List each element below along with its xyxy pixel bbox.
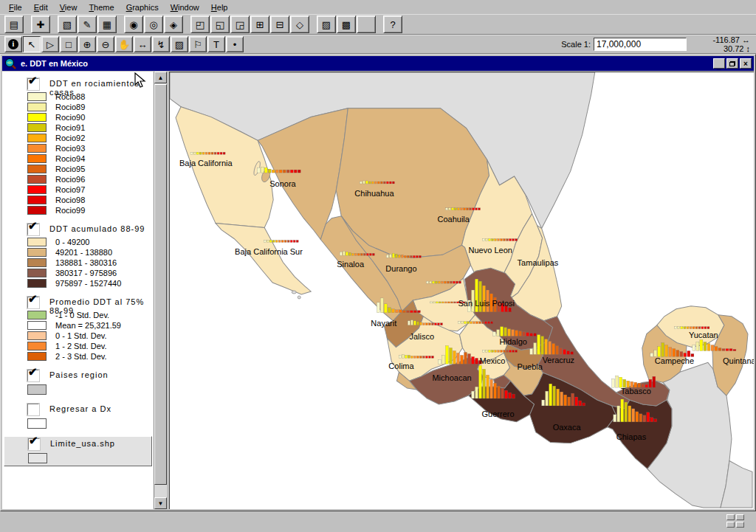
legend-theme-5[interactable]: ✔Limite_usa.shp — [4, 436, 152, 466]
chart-bar — [498, 238, 500, 241]
map-label-chiapas: Chiapas — [616, 432, 647, 441]
chart-bar — [298, 170, 300, 173]
legend-theme-4[interactable]: Regresar a Dx — [4, 402, 152, 431]
add-theme-icon[interactable]: ✚ — [31, 15, 50, 33]
scroll-up-button[interactable]: ▲ — [154, 72, 167, 83]
theme-checkbox-1[interactable]: ✔ — [27, 224, 39, 235]
theme-checkbox-4[interactable] — [27, 404, 39, 415]
chart-bar — [257, 167, 260, 173]
chart-bar — [439, 302, 441, 303]
find-icon[interactable]: ◉ — [124, 15, 143, 33]
text-tool-icon[interactable]: T — [207, 36, 225, 52]
menu-graphics[interactable]: Graphics — [120, 1, 165, 13]
zoom-active-theme-icon[interactable]: ◱ — [210, 15, 230, 33]
chart-bar — [478, 208, 481, 210]
restore-button[interactable] — [726, 58, 738, 69]
close-button[interactable]: × — [740, 58, 752, 69]
zoom-previous-icon[interactable]: ◇ — [290, 15, 309, 33]
menu-view[interactable]: View — [54, 1, 83, 13]
legend-theme-3[interactable]: ✔Paises region — [4, 368, 152, 397]
zoom-out-tool-icon[interactable]: ⊖ — [97, 36, 114, 52]
chart-bar — [693, 327, 695, 329]
chart-bar — [515, 238, 518, 241]
help-pointer-icon[interactable]: ? — [383, 15, 402, 33]
zoom-in-tool-icon[interactable]: ⊕ — [78, 36, 96, 52]
scale-input[interactable] — [594, 38, 687, 51]
chart-bar — [410, 320, 413, 325]
legend-swatch — [27, 144, 47, 153]
legend-scrollbar[interactable]: ▲ ▼ — [154, 72, 167, 509]
menu-theme[interactable]: Theme — [83, 1, 120, 13]
legend-item: Rocio92 — [4, 133, 152, 142]
chart-bar — [447, 281, 449, 283]
legend-theme-0[interactable]: ✔DDT en rociamientos casasRocio88Rocio89… — [4, 77, 152, 217]
chart-bar — [537, 335, 540, 355]
zoom-full-extent-icon[interactable]: ◰ — [190, 15, 210, 33]
chart-bar — [519, 331, 522, 336]
chart-bar — [461, 322, 463, 324]
menu-edit[interactable]: Edit — [28, 1, 54, 13]
chart-bar — [398, 255, 400, 258]
select-features-icon[interactable]: ▨ — [317, 15, 336, 33]
map-label-hidalgo: Hidalgo — [500, 338, 527, 347]
coordinate-readout: -116.87 ↔ 30.72 ↕ — [697, 35, 750, 53]
open-theme-table-icon[interactable]: ▦ — [97, 15, 117, 33]
draw-point-tool-icon[interactable]: • — [226, 36, 244, 52]
theme-checkbox-3[interactable]: ✔ — [27, 370, 39, 381]
chart-bar — [429, 281, 431, 283]
map-label-campeche: Campeche — [655, 356, 694, 365]
pan-tool-icon[interactable]: ✋ — [115, 36, 133, 52]
minimize-button[interactable]: _ — [713, 58, 725, 69]
window-title-bar[interactable]: e. DDT en México _ × — [2, 56, 754, 71]
blank-icon[interactable] — [357, 15, 376, 33]
theme-checkbox-0[interactable]: ✔ — [27, 78, 39, 90]
clear-selection-icon[interactable]: ▩ — [337, 15, 356, 33]
chart-bar — [690, 327, 692, 329]
chart-bar — [526, 333, 529, 336]
legend-theme-1[interactable]: ✔DDT acumulado 88-990 - 4920049201 - 138… — [4, 222, 152, 290]
select-area-tool-icon[interactable]: ▨ — [171, 36, 188, 52]
locate-icon[interactable]: ◎ — [144, 15, 163, 33]
chart-bar — [494, 383, 497, 398]
edit-legend-icon[interactable]: ✎ — [78, 15, 97, 33]
save-project-icon[interactable]: ▤ — [4, 15, 24, 33]
resize-grip[interactable] — [726, 514, 746, 529]
map-canvas[interactable]: Baja CaliforniaSonoraBaja California Sur… — [170, 72, 754, 509]
chart-bar — [680, 351, 683, 356]
zoom-selected-icon[interactable]: ◲ — [230, 15, 250, 33]
scroll-down-button[interactable]: ▼ — [154, 497, 167, 509]
chart-bar — [441, 355, 444, 364]
chart-bar — [534, 334, 537, 336]
chart-bar — [621, 399, 624, 422]
chart-bar — [261, 167, 264, 173]
identify-tool-icon[interactable]: i — [4, 36, 22, 52]
chart-bar — [384, 304, 387, 313]
chart-bar — [395, 254, 397, 258]
select-feature-tool-icon[interactable]: □ — [60, 36, 78, 52]
menu-file[interactable]: File — [3, 1, 28, 13]
legend-theme-2[interactable]: ✔Promedio DDT al 75% 88-99-1 - 0 Std. De… — [4, 295, 152, 363]
label-tool-icon[interactable]: ⚐ — [189, 36, 207, 52]
window-content: ✔DDT en rociamientos casasRocio88Rocio89… — [2, 72, 754, 509]
map-label-chihuahua: Chihuahua — [354, 189, 394, 198]
chart-bar — [491, 322, 493, 324]
menu-window[interactable]: Window — [165, 1, 205, 13]
theme-properties-icon[interactable]: ▧ — [58, 15, 77, 33]
pointer-tool-icon[interactable]: ↖ — [23, 36, 41, 52]
query-builder-icon[interactable]: ◈ — [164, 15, 183, 33]
theme-checkbox-2[interactable]: ✔ — [27, 297, 39, 308]
chart-bar — [410, 255, 412, 258]
scroll-thumb[interactable] — [154, 84, 167, 485]
hotlink-tool-icon[interactable]: ↯ — [152, 36, 170, 52]
theme-checkbox-5[interactable]: ✔ — [28, 438, 40, 450]
legend-swatch — [27, 185, 47, 194]
menu-help[interactable]: Help — [205, 1, 234, 13]
vertex-edit-tool-icon[interactable]: ▷ — [41, 36, 59, 52]
zoom-in-fixed-icon[interactable]: ⊞ — [250, 15, 269, 33]
zoom-out-fixed-icon[interactable]: ⊟ — [270, 15, 289, 33]
map-area[interactable]: Baja CaliforniaSonoraBaja California Sur… — [169, 72, 754, 509]
chart-bar — [493, 332, 496, 336]
legend-item-label: Rocio91 — [55, 123, 85, 132]
legend-swatch — [27, 154, 47, 163]
measure-tool-icon[interactable]: ↔ — [134, 36, 151, 52]
